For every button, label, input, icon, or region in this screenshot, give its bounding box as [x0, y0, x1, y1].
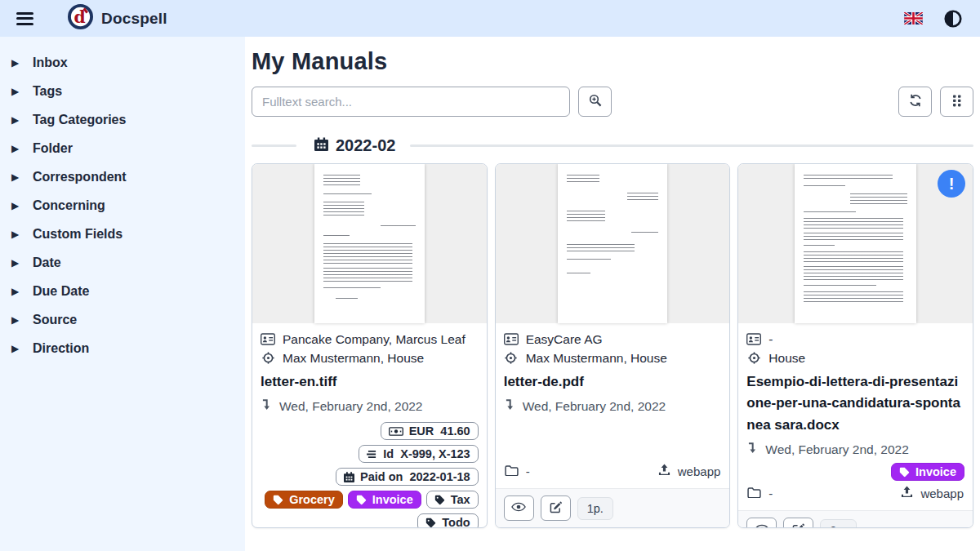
item-card[interactable]: Pancake Company, Marcus Leaf Max Musterm…	[252, 163, 488, 528]
correspondent-line: EasyCare AG	[504, 330, 722, 349]
item-date-line: Wed, February 2nd, 2022	[262, 398, 479, 414]
tag-todo-badge: Todo	[417, 513, 478, 528]
edit-button[interactable]	[541, 495, 571, 521]
sidebar-item-tags[interactable]: ▶Tags	[0, 77, 245, 105]
tag-icon	[356, 495, 367, 505]
refresh-button[interactable]	[898, 87, 932, 117]
sidebar-item-correspondent[interactable]: ▶Correspondent	[0, 162, 245, 191]
document-thumbnail[interactable]	[738, 164, 973, 323]
tag-icon	[899, 467, 910, 478]
upload-icon	[901, 486, 913, 500]
crosshair-icon	[261, 352, 275, 364]
tag-invoice-badge: Invoice	[348, 491, 421, 509]
edit-button[interactable]	[783, 518, 813, 528]
correspondent-line: -	[746, 330, 964, 349]
page-title: My Manuals	[252, 48, 973, 75]
caret-right-icon: ▶	[11, 286, 20, 297]
theme-contrast-toggle-icon[interactable]	[944, 10, 962, 28]
sidebar-item-inbox[interactable]: ▶Inbox	[0, 48, 245, 77]
app-title: Docspell	[101, 10, 167, 28]
address-card-icon	[504, 333, 519, 345]
caret-right-icon: ▶	[11, 257, 20, 269]
field-and-tag-badges: Invoice	[746, 463, 964, 481]
caret-right-icon: ▶	[11, 314, 20, 326]
sidebar-item-concerning[interactable]: ▶Concerning	[0, 191, 245, 220]
tag-icon	[434, 495, 445, 505]
top-bar: d Docspell	[0, 0, 980, 37]
folder-indicator: -	[747, 487, 773, 500]
svg-text:d: d	[74, 7, 85, 27]
menu-hamburger-icon[interactable]	[16, 9, 33, 28]
caret-right-icon: ▶	[11, 343, 20, 354]
folder-indicator: -	[505, 464, 530, 478]
item-date-line: Wed, February 2nd, 2022	[748, 442, 964, 457]
item-title-link[interactable]: letter-de.pdf	[504, 371, 722, 393]
month-group-label: 2022-02	[336, 136, 395, 155]
tag-icon	[425, 518, 436, 528]
eye-icon	[755, 524, 769, 528]
caret-right-icon: ▶	[11, 200, 20, 211]
field-and-tag-badges: EUR 41.60 Id X-999, X-123 Paid on 2022-0…	[261, 422, 479, 528]
app-brand[interactable]: d Docspell	[68, 4, 167, 33]
document-thumbnail[interactable]	[496, 164, 730, 323]
item-title-link[interactable]: letter-en.tiff	[261, 371, 479, 393]
sidebar-item-source[interactable]: ▶Source	[0, 305, 245, 334]
money-bill-icon	[389, 427, 403, 436]
sidebar-item-tag-categories[interactable]: ▶Tag Categories	[0, 105, 245, 134]
month-group-divider: 2022-02	[252, 136, 973, 155]
arrow-down-icon	[262, 398, 271, 414]
concerning-line: House	[746, 349, 964, 367]
sidebar-item-date[interactable]: ▶Date	[0, 248, 245, 277]
sidebar-item-custom-fields[interactable]: ▶Custom Fields	[0, 220, 245, 248]
arrow-down-icon	[506, 398, 514, 414]
item-date-line: Wed, February 2nd, 2022	[506, 398, 722, 414]
document-thumbnail[interactable]	[252, 164, 487, 323]
source-indicator: webapp	[658, 464, 721, 478]
source-indicator: webapp	[901, 486, 964, 500]
correspondent-line: Pancake Company, Marcus Leaf	[261, 330, 479, 349]
caret-right-icon: ▶	[11, 57, 20, 69]
calendar-icon	[344, 472, 354, 482]
main-content: My Manuals	[245, 37, 980, 551]
caret-right-icon: ▶	[11, 86, 20, 97]
concerning-line: Max Mustermann, House	[261, 349, 479, 367]
tag-tax-badge: Tax	[426, 491, 479, 509]
address-card-icon	[261, 333, 275, 345]
tag-invoice-badge: Invoice	[891, 463, 964, 481]
caret-right-icon: ▶	[11, 229, 20, 240]
caret-right-icon: ▶	[11, 143, 20, 154]
item-card[interactable]: EasyCare AG Max Mustermann, House letter…	[495, 163, 731, 528]
preview-button[interactable]	[746, 518, 777, 528]
sidebar-item-due-date[interactable]: ▶Due Date	[0, 277, 245, 305]
crosshair-icon	[746, 352, 761, 364]
caret-right-icon: ▶	[11, 114, 20, 126]
new-item-exclamation-badge	[938, 170, 965, 198]
sidebar-item-folder[interactable]: ▶Folder	[0, 134, 245, 162]
edit-icon	[792, 523, 804, 528]
custom-field-amount-badge: EUR 41.60	[381, 422, 479, 440]
fulltext-search-input[interactable]	[252, 87, 570, 117]
folder-icon	[505, 464, 519, 478]
arrow-down-icon	[748, 442, 757, 457]
page-count-label: 2p.	[820, 519, 856, 528]
upload-icon	[658, 464, 670, 478]
folder-icon	[747, 487, 761, 500]
item-card[interactable]: - House Esempio-di-lettera-di-presentazi…	[737, 163, 973, 528]
filter-sidebar: ▶Inbox ▶Tags ▶Tag Categories ▶Folder ▶Co…	[0, 37, 245, 551]
preview-button[interactable]	[504, 495, 534, 521]
eye-icon	[511, 502, 526, 514]
custom-field-paid-on-badge: Paid on 2022-01-18	[336, 468, 479, 486]
sidebar-item-direction[interactable]: ▶Direction	[0, 334, 245, 362]
app-logo: d	[68, 4, 93, 33]
page-count-label: 1p.	[577, 497, 613, 520]
concerning-line: Max Mustermann, House	[504, 349, 722, 367]
language-flag-icon[interactable]	[904, 12, 923, 24]
refresh-icon	[909, 94, 922, 109]
crosshair-icon	[504, 352, 519, 364]
calendar-icon	[314, 136, 328, 155]
item-card-list: Pancake Company, Marcus Leaf Max Musterm…	[252, 163, 973, 528]
search-button[interactable]	[578, 87, 612, 117]
item-title-link[interactable]: Esempio-di-lettera-di-presentazione-per-…	[746, 371, 964, 436]
tag-icon	[273, 495, 283, 505]
view-toggle-button[interactable]	[940, 87, 973, 117]
